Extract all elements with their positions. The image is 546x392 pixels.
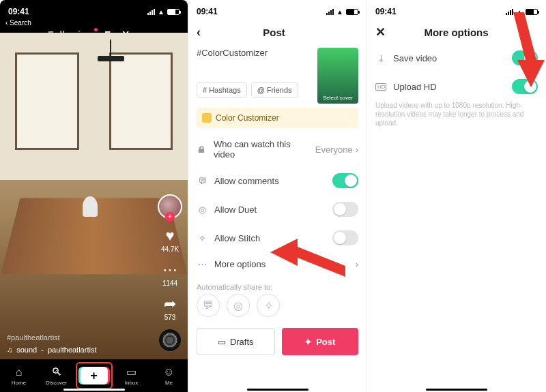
author-avatar[interactable]: +: [158, 194, 182, 219]
drafts-icon: ▭: [218, 337, 226, 347]
share-instagram[interactable]: ◎: [227, 294, 250, 317]
home-indicator: [63, 389, 125, 391]
battery-icon: [167, 9, 179, 15]
share-button[interactable]: ➦573: [164, 295, 176, 321]
hd-icon: HD: [375, 83, 386, 91]
setting-privacy[interactable]: 🔒︎Who can watch this videoEveryone ›: [188, 132, 367, 166]
search-icon: 🔍︎: [51, 366, 62, 378]
chip-hashtags[interactable]: # Hashtags: [197, 82, 247, 97]
status-time: 09:41: [375, 7, 397, 16]
effect-banner[interactable]: Color Customizer: [197, 108, 358, 128]
share-message[interactable]: 💬︎: [197, 294, 220, 317]
duet-icon: ◎: [197, 205, 207, 215]
chevron-right-icon: ›: [356, 259, 358, 269]
comment-button[interactable]: ⋯1144: [162, 261, 177, 287]
home-indicator: [426, 389, 487, 391]
home-icon: ⌂: [16, 366, 23, 378]
home-indicator: [247, 389, 308, 391]
like-button[interactable]: ♥44.7K: [161, 227, 179, 253]
annotation-arrow-more-options: [270, 239, 345, 286]
share-icon: ➦: [164, 295, 176, 313]
signal-icon: [147, 8, 155, 15]
ellipsis-icon: ⋯: [197, 259, 207, 269]
post-button[interactable]: ✦Post: [282, 328, 359, 355]
page-title: More options: [424, 27, 488, 38]
signal-icon: [326, 8, 334, 15]
setting-duet: ◎Allow Duet: [188, 195, 367, 224]
svg-marker-1: [513, 12, 545, 87]
status-time: 09:41: [8, 7, 29, 16]
follow-plus-icon[interactable]: +: [165, 212, 175, 222]
profile-icon: ☺: [163, 366, 174, 378]
post-icon: ✦: [304, 337, 312, 347]
cover-thumbnail[interactable]: Select cover: [317, 48, 358, 104]
tab-discover[interactable]: 🔍︎Discover: [38, 359, 75, 392]
inbox-icon: ▭: [126, 365, 136, 378]
setting-comments: 💬︎Allow comments: [188, 166, 367, 195]
status-bar: 09:41 ▲: [188, 0, 367, 20]
back-button[interactable]: ‹: [197, 25, 201, 40]
status-time: 09:41: [197, 7, 218, 16]
tab-me[interactable]: ☺Me: [150, 359, 188, 392]
plus-icon: +: [81, 367, 108, 385]
sound-link[interactable]: ♫sound - paultheatlartist: [7, 346, 96, 354]
sound-disc[interactable]: [159, 329, 181, 351]
feed-screen: 09:41 ▲ ‹ Search Following For You + ♥44…: [0, 0, 188, 392]
toggle-duet[interactable]: [332, 202, 358, 217]
chevron-right-icon: ›: [356, 145, 358, 155]
stitch-icon: ⟡: [197, 232, 207, 243]
drafts-button[interactable]: ▭Drafts: [197, 328, 275, 355]
annotation-arrow-hd-toggle: [504, 12, 545, 87]
tab-inbox[interactable]: ▭Inbox: [113, 359, 150, 392]
tab-home[interactable]: ⌂Home: [0, 359, 38, 392]
wifi-icon: ▲: [158, 8, 164, 16]
post-screen: 09:41 ▲ ‹ Post #ColorCustomizer # Hashta…: [188, 0, 367, 392]
comment-icon: 💬︎: [197, 176, 207, 186]
bottom-tabbar: ⌂Home 🔍︎Discover + ▭Inbox ☺Me: [0, 359, 188, 392]
toggle-comments[interactable]: [332, 173, 358, 188]
back-search[interactable]: ‹ Search: [0, 19, 188, 27]
status-bar: 09:41 ▲: [0, 0, 188, 20]
effect-icon: [202, 113, 212, 123]
heart-icon: ♥: [165, 227, 174, 245]
chip-friends[interactable]: @ Friends: [251, 82, 298, 97]
battery-icon: [346, 9, 358, 15]
artist-handle[interactable]: #paultheatlartist: [7, 333, 60, 342]
wifi-icon: ▲: [336, 8, 343, 16]
comment-icon: ⋯: [162, 261, 177, 279]
music-note-icon: ♫: [7, 346, 12, 354]
close-button[interactable]: ✕: [375, 25, 386, 40]
svg-marker-0: [270, 239, 345, 277]
page-title: Post: [263, 27, 285, 38]
upload-hd-description: Upload videos with up to 1080p resolutio…: [367, 101, 546, 127]
more-options-screen: 09:41 ▲ ✕ More options ⤓Save video HDUpl…: [367, 0, 546, 392]
lock-icon: 🔒︎: [197, 145, 207, 155]
share-other[interactable]: ✧: [257, 294, 280, 317]
caption-text[interactable]: #ColorCustomizer: [197, 48, 312, 58]
tab-create[interactable]: +: [75, 359, 113, 392]
download-icon: ⤓: [375, 53, 386, 63]
